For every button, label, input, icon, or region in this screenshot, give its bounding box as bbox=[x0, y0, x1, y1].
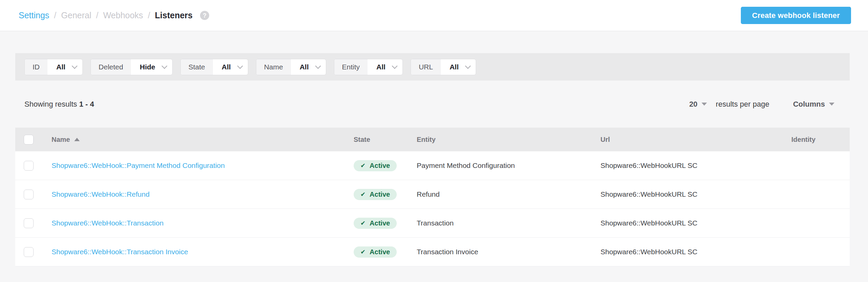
name-cell: Shopware6::WebHook::Payment Method Confi… bbox=[52, 161, 354, 170]
chevron-down-icon bbox=[234, 59, 246, 75]
chevron-down-icon bbox=[159, 59, 170, 75]
table-row: Shopware6::WebHook::Payment Method Confi… bbox=[15, 151, 850, 180]
check-icon: ✔ bbox=[360, 191, 366, 197]
column-header-label: Url bbox=[600, 136, 610, 144]
per-page-value: 20 bbox=[689, 100, 697, 109]
filter-url[interactable]: URL All bbox=[411, 59, 476, 75]
row-checkbox-cell bbox=[15, 190, 52, 199]
help-icon[interactable]: ? bbox=[200, 11, 209, 20]
url-cell: Shopware6::WebHookURL SC bbox=[600, 248, 791, 256]
entity-cell: Refund bbox=[417, 190, 600, 198]
name-cell: Shopware6::WebHook::Refund bbox=[52, 190, 354, 198]
triangle-down-icon bbox=[702, 103, 707, 106]
listeners-table: Name State Entity Url Identity bbox=[15, 128, 850, 266]
chevron-down-icon bbox=[389, 59, 400, 75]
row-checkbox[interactable] bbox=[24, 190, 34, 199]
breadcrumb-separator: / bbox=[96, 10, 98, 20]
column-header-label: State bbox=[354, 136, 370, 144]
status-label: Active bbox=[370, 191, 390, 198]
header-checkbox-cell bbox=[15, 135, 52, 145]
results-bar: Showing results 1 - 4 20 results per pag… bbox=[15, 81, 850, 128]
filter-label: State bbox=[181, 59, 213, 75]
row-checkbox-cell bbox=[15, 161, 52, 171]
listener-name-link[interactable]: Shopware6::WebHook::Transaction bbox=[52, 219, 163, 227]
column-header-label: Name bbox=[52, 136, 70, 144]
name-cell: Shopware6::WebHook::Transaction bbox=[52, 219, 354, 227]
breadcrumb-item-settings[interactable]: Settings bbox=[19, 10, 49, 20]
columns-label: Columns bbox=[793, 100, 825, 109]
filter-value: Hide bbox=[131, 59, 159, 75]
results-summary: Showing results 1 - 4 bbox=[24, 100, 94, 109]
filter-name[interactable]: Name All bbox=[256, 59, 326, 75]
filter-label: URL bbox=[411, 59, 441, 75]
results-summary-range: 1 - 4 bbox=[79, 100, 94, 108]
select-all-checkbox[interactable] bbox=[24, 135, 34, 145]
table-row: Shopware6::WebHook::Transaction Invoice … bbox=[15, 238, 850, 266]
chevron-down-icon bbox=[69, 59, 80, 75]
table-row: Shopware6::WebHook::Transaction ✔ Active… bbox=[15, 209, 850, 238]
column-header-url: Url bbox=[600, 136, 791, 144]
page-content: ID All Deleted Hide State All Name All E… bbox=[0, 53, 868, 266]
check-icon: ✔ bbox=[360, 220, 366, 226]
column-header-entity: Entity bbox=[417, 136, 600, 144]
entity-cell: Transaction Invoice bbox=[417, 248, 600, 256]
row-checkbox-cell bbox=[15, 218, 52, 228]
status-label: Active bbox=[370, 219, 390, 227]
filter-value: All bbox=[441, 59, 462, 75]
url-cell: Shopware6::WebHookURL SC bbox=[600, 190, 791, 198]
filter-entity[interactable]: Entity All bbox=[334, 59, 403, 75]
filter-bar: ID All Deleted Hide State All Name All E… bbox=[15, 53, 850, 81]
table-header-row: Name State Entity Url Identity bbox=[15, 128, 850, 151]
filter-state[interactable]: State All bbox=[180, 59, 248, 75]
filter-label: Entity bbox=[334, 59, 368, 75]
filter-value: All bbox=[368, 59, 389, 75]
status-badge: ✔ Active bbox=[354, 246, 397, 258]
status-badge: ✔ Active bbox=[354, 218, 397, 229]
breadcrumb-separator: / bbox=[54, 10, 56, 20]
row-checkbox[interactable] bbox=[24, 247, 34, 257]
filter-label: ID bbox=[25, 59, 47, 75]
column-header-identity: Identity bbox=[791, 136, 850, 144]
status-label: Active bbox=[370, 162, 390, 170]
breadcrumb-item-general: General bbox=[61, 10, 91, 20]
listener-name-link[interactable]: Shopware6::WebHook::Payment Method Confi… bbox=[52, 161, 225, 170]
row-checkbox-cell bbox=[15, 247, 52, 257]
entity-cell: Payment Method Configuration bbox=[417, 161, 600, 170]
per-page-dropdown[interactable]: 20 bbox=[689, 100, 707, 109]
table-row: Shopware6::WebHook::Refund ✔ Active Refu… bbox=[15, 180, 850, 209]
per-page-label: results per page bbox=[716, 100, 769, 109]
entity-cell: Transaction bbox=[417, 219, 600, 227]
listener-name-link[interactable]: Shopware6::WebHook::Transaction Invoice bbox=[52, 248, 188, 256]
sort-asc-icon bbox=[74, 138, 80, 141]
listener-name-link[interactable]: Shopware6::WebHook::Refund bbox=[52, 190, 150, 198]
chevron-down-icon bbox=[462, 59, 474, 75]
column-header-label: Identity bbox=[791, 136, 815, 144]
breadcrumb-item-listeners: Listeners bbox=[155, 10, 193, 20]
state-cell: ✔ Active bbox=[354, 160, 417, 171]
status-badge: ✔ Active bbox=[354, 189, 397, 200]
name-cell: Shopware6::WebHook::Transaction Invoice bbox=[52, 248, 354, 256]
filter-id[interactable]: ID All bbox=[24, 59, 83, 75]
state-cell: ✔ Active bbox=[354, 246, 417, 258]
columns-dropdown[interactable]: Columns bbox=[793, 100, 834, 109]
breadcrumb-separator: / bbox=[148, 10, 150, 20]
results-summary-prefix: Showing results bbox=[24, 100, 77, 108]
create-webhook-listener-button[interactable]: Create webhook listener bbox=[741, 7, 851, 24]
breadcrumb: Settings / General / Webhooks / Listener… bbox=[19, 10, 209, 20]
row-checkbox[interactable] bbox=[24, 218, 34, 228]
filter-value: All bbox=[291, 59, 312, 75]
url-cell: Shopware6::WebHookURL SC bbox=[600, 219, 791, 227]
filter-label: Name bbox=[256, 59, 291, 75]
state-cell: ✔ Active bbox=[354, 218, 417, 229]
url-cell: Shopware6::WebHookURL SC bbox=[600, 161, 791, 170]
filter-value: All bbox=[213, 59, 234, 75]
filter-value: All bbox=[47, 59, 69, 75]
check-icon: ✔ bbox=[360, 162, 366, 169]
filter-deleted[interactable]: Deleted Hide bbox=[91, 59, 173, 75]
breadcrumb-item-webhooks: Webhooks bbox=[103, 10, 143, 20]
row-checkbox[interactable] bbox=[24, 161, 34, 171]
column-header-name[interactable]: Name bbox=[52, 136, 354, 144]
state-cell: ✔ Active bbox=[354, 189, 417, 200]
column-header-label: Entity bbox=[417, 136, 436, 144]
results-bar-right: 20 results per page Columns bbox=[689, 100, 834, 109]
